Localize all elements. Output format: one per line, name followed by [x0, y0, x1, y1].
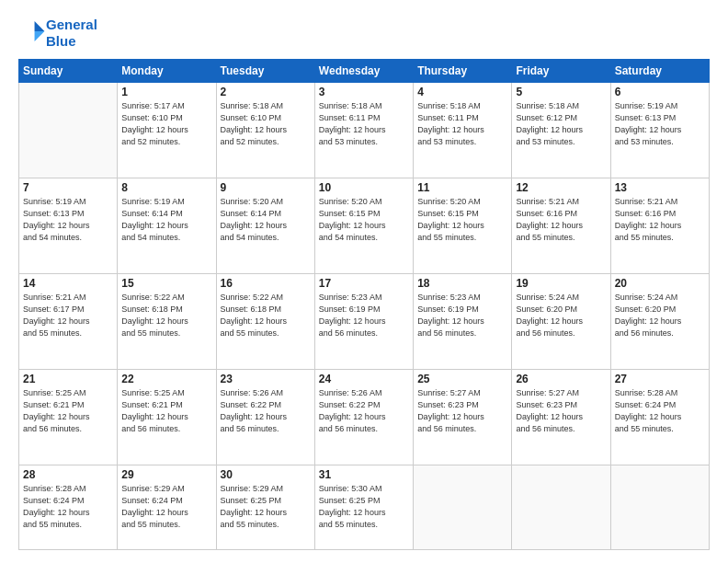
calendar-cell: 2Sunrise: 5:18 AM Sunset: 6:10 PM Daylig…	[216, 83, 314, 178]
calendar-cell: 27Sunrise: 5:28 AM Sunset: 6:24 PM Dayli…	[610, 370, 709, 465]
day-number: 8	[121, 181, 211, 194]
calendar-cell: 19Sunrise: 5:24 AM Sunset: 6:20 PM Dayli…	[512, 274, 610, 370]
day-info: Sunrise: 5:25 AM Sunset: 6:21 PM Dayligh…	[121, 387, 211, 435]
day-info: Sunrise: 5:24 AM Sunset: 6:20 PM Dayligh…	[516, 292, 606, 339]
day-info: Sunrise: 5:21 AM Sunset: 6:16 PM Dayligh…	[516, 196, 606, 244]
calendar-cell	[610, 465, 709, 550]
logo: General Blue	[18, 17, 97, 50]
calendar-cell: 5Sunrise: 5:18 AM Sunset: 6:12 PM Daylig…	[512, 83, 610, 178]
day-info: Sunrise: 5:22 AM Sunset: 6:18 PM Dayligh…	[221, 292, 311, 339]
calendar-cell: 22Sunrise: 5:25 AM Sunset: 6:21 PM Dayli…	[118, 370, 216, 465]
day-number: 18	[417, 277, 507, 290]
day-info: Sunrise: 5:21 AM Sunset: 6:17 PM Dayligh…	[23, 292, 113, 339]
day-info: Sunrise: 5:21 AM Sunset: 6:16 PM Dayligh…	[615, 196, 705, 244]
calendar-cell: 31Sunrise: 5:30 AM Sunset: 6:25 PM Dayli…	[314, 465, 413, 550]
calendar-cell: 26Sunrise: 5:27 AM Sunset: 6:23 PM Dayli…	[512, 370, 610, 465]
day-number: 2	[221, 86, 311, 98]
weekday-header-monday: Monday	[118, 60, 216, 83]
day-number: 3	[319, 86, 409, 98]
calendar-cell: 24Sunrise: 5:26 AM Sunset: 6:22 PM Dayli…	[314, 370, 413, 465]
day-number: 25	[417, 373, 507, 385]
day-info: Sunrise: 5:29 AM Sunset: 6:25 PM Dayligh…	[221, 483, 311, 531]
calendar-cell: 10Sunrise: 5:20 AM Sunset: 6:15 PM Dayli…	[314, 178, 413, 274]
day-number: 29	[121, 468, 211, 481]
day-info: Sunrise: 5:19 AM Sunset: 6:13 PM Dayligh…	[615, 100, 705, 148]
day-number: 17	[319, 277, 409, 290]
calendar-cell: 15Sunrise: 5:22 AM Sunset: 6:18 PM Dayli…	[118, 274, 216, 370]
calendar-week-row: 28Sunrise: 5:28 AM Sunset: 6:24 PM Dayli…	[19, 465, 710, 550]
calendar-week-row: 14Sunrise: 5:21 AM Sunset: 6:17 PM Dayli…	[19, 274, 710, 370]
calendar-cell: 12Sunrise: 5:21 AM Sunset: 6:16 PM Dayli…	[512, 178, 610, 274]
day-number: 22	[121, 373, 211, 385]
weekday-header-saturday: Saturday	[610, 60, 709, 83]
day-info: Sunrise: 5:18 AM Sunset: 6:11 PM Dayligh…	[319, 100, 409, 148]
day-info: Sunrise: 5:20 AM Sunset: 6:15 PM Dayligh…	[417, 196, 507, 244]
weekday-header-sunday: Sunday	[19, 60, 118, 83]
day-number: 4	[417, 86, 507, 98]
day-number: 1	[121, 86, 211, 98]
day-info: Sunrise: 5:26 AM Sunset: 6:22 PM Dayligh…	[221, 387, 311, 435]
logo-blue: Blue	[46, 33, 76, 49]
calendar-cell: 20Sunrise: 5:24 AM Sunset: 6:20 PM Dayli…	[610, 274, 709, 370]
day-number: 11	[417, 181, 507, 194]
day-number: 6	[615, 86, 705, 98]
calendar-table: SundayMondayTuesdayWednesdayThursdayFrid…	[18, 59, 710, 550]
day-number: 27	[615, 373, 705, 385]
day-info: Sunrise: 5:22 AM Sunset: 6:18 PM Dayligh…	[121, 292, 211, 339]
day-number: 5	[516, 86, 606, 98]
day-info: Sunrise: 5:19 AM Sunset: 6:13 PM Dayligh…	[23, 196, 113, 244]
calendar-cell: 17Sunrise: 5:23 AM Sunset: 6:19 PM Dayli…	[314, 274, 413, 370]
logo-general: General	[46, 17, 97, 32]
day-number: 31	[319, 468, 409, 481]
day-number: 30	[221, 468, 311, 481]
calendar-cell: 6Sunrise: 5:19 AM Sunset: 6:13 PM Daylig…	[610, 83, 709, 178]
calendar-week-row: 7Sunrise: 5:19 AM Sunset: 6:13 PM Daylig…	[19, 178, 710, 274]
calendar-cell: 8Sunrise: 5:19 AM Sunset: 6:14 PM Daylig…	[118, 178, 216, 274]
day-number: 10	[319, 181, 409, 194]
day-info: Sunrise: 5:19 AM Sunset: 6:14 PM Dayligh…	[121, 196, 211, 244]
calendar-cell: 1Sunrise: 5:17 AM Sunset: 6:10 PM Daylig…	[118, 83, 216, 178]
logo-text: General Blue	[46, 17, 97, 50]
day-info: Sunrise: 5:18 AM Sunset: 6:12 PM Dayligh…	[516, 100, 606, 148]
header: General Blue	[18, 17, 710, 50]
day-number: 26	[516, 373, 606, 385]
day-number: 20	[615, 277, 705, 290]
logo-icon	[20, 18, 46, 44]
day-number: 21	[23, 373, 113, 385]
svg-marker-0	[35, 21, 45, 31]
calendar-week-row: 1Sunrise: 5:17 AM Sunset: 6:10 PM Daylig…	[19, 83, 710, 178]
calendar-cell: 18Sunrise: 5:23 AM Sunset: 6:19 PM Dayli…	[414, 274, 512, 370]
day-number: 16	[221, 277, 311, 290]
calendar-cell: 29Sunrise: 5:29 AM Sunset: 6:24 PM Dayli…	[118, 465, 216, 550]
day-info: Sunrise: 5:18 AM Sunset: 6:10 PM Dayligh…	[221, 100, 311, 148]
day-number: 15	[121, 277, 211, 290]
day-info: Sunrise: 5:23 AM Sunset: 6:19 PM Dayligh…	[319, 292, 409, 339]
calendar-cell: 3Sunrise: 5:18 AM Sunset: 6:11 PM Daylig…	[314, 83, 413, 178]
calendar-cell: 21Sunrise: 5:25 AM Sunset: 6:21 PM Dayli…	[19, 370, 118, 465]
day-number: 12	[516, 181, 606, 194]
day-info: Sunrise: 5:24 AM Sunset: 6:20 PM Dayligh…	[615, 292, 705, 339]
day-info: Sunrise: 5:27 AM Sunset: 6:23 PM Dayligh…	[417, 387, 507, 435]
svg-marker-1	[35, 31, 45, 41]
weekday-header-friday: Friday	[512, 60, 610, 83]
calendar-cell: 7Sunrise: 5:19 AM Sunset: 6:13 PM Daylig…	[19, 178, 118, 274]
page: General Blue SundayMondayTuesdayWednesda…	[0, 0, 728, 563]
day-info: Sunrise: 5:20 AM Sunset: 6:15 PM Dayligh…	[319, 196, 409, 244]
day-info: Sunrise: 5:17 AM Sunset: 6:10 PM Dayligh…	[121, 100, 211, 148]
weekday-header-wednesday: Wednesday	[314, 60, 413, 83]
day-number: 7	[23, 181, 113, 194]
day-info: Sunrise: 5:25 AM Sunset: 6:21 PM Dayligh…	[23, 387, 113, 435]
day-info: Sunrise: 5:20 AM Sunset: 6:14 PM Dayligh…	[221, 196, 311, 244]
day-number: 19	[516, 277, 606, 290]
calendar-cell: 23Sunrise: 5:26 AM Sunset: 6:22 PM Dayli…	[216, 370, 314, 465]
day-number: 13	[615, 181, 705, 194]
day-number: 28	[23, 468, 113, 481]
calendar-cell	[512, 465, 610, 550]
day-number: 14	[23, 277, 113, 290]
calendar-cell	[19, 83, 118, 178]
calendar-cell: 30Sunrise: 5:29 AM Sunset: 6:25 PM Dayli…	[216, 465, 314, 550]
day-info: Sunrise: 5:30 AM Sunset: 6:25 PM Dayligh…	[319, 483, 409, 531]
day-number: 24	[319, 373, 409, 385]
calendar-cell: 14Sunrise: 5:21 AM Sunset: 6:17 PM Dayli…	[19, 274, 118, 370]
day-info: Sunrise: 5:28 AM Sunset: 6:24 PM Dayligh…	[23, 483, 113, 531]
